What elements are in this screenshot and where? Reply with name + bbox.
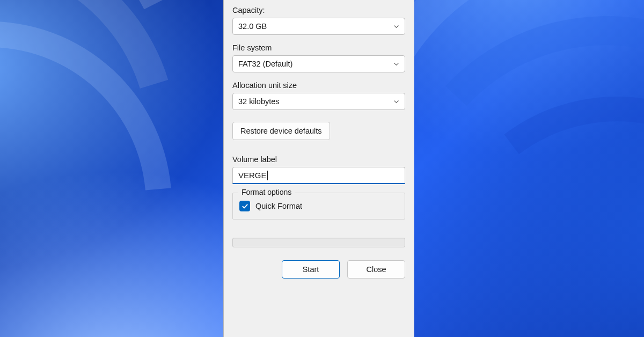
- desktop-wallpaper: Capacity: 32.0 GB File system FAT32 (Def…: [0, 0, 644, 337]
- chevron-down-icon: [393, 23, 399, 30]
- volume-label-text: Volume label: [232, 155, 405, 164]
- capacity-label: Capacity:: [232, 6, 405, 14]
- wallpaper-petal: [0, 0, 246, 337]
- allocation-value: 32 kilobytes: [238, 97, 280, 106]
- capacity-select[interactable]: 32.0 GB: [232, 18, 405, 35]
- format-dialog: Capacity: 32.0 GB File system FAT32 (Def…: [223, 0, 414, 337]
- filesystem-select[interactable]: FAT32 (Default): [232, 55, 405, 72]
- capacity-value: 32.0 GB: [238, 22, 267, 31]
- dialog-button-row: Start Close: [232, 260, 405, 279]
- wallpaper-petal: [0, 0, 249, 337]
- volume-label-value: VERGE: [238, 171, 267, 180]
- format-options-title: Format options: [238, 188, 295, 196]
- text-caret: [267, 171, 268, 180]
- format-progress-bar: [232, 238, 405, 247]
- start-button[interactable]: Start: [282, 260, 340, 279]
- allocation-select[interactable]: 32 kilobytes: [232, 93, 405, 110]
- filesystem-label: File system: [232, 43, 405, 52]
- volume-label-input[interactable]: VERGE: [232, 167, 405, 184]
- wallpaper-petal: [379, 9, 644, 337]
- quick-format-checkbox[interactable]: Quick Format: [239, 201, 398, 211]
- quick-format-label: Quick Format: [255, 202, 302, 210]
- filesystem-value: FAT32 (Default): [238, 60, 292, 68]
- restore-defaults-button[interactable]: Restore device defaults: [232, 122, 330, 140]
- format-options-group: Format options Quick Format: [232, 193, 405, 219]
- wallpaper-petal: [405, 72, 644, 337]
- chevron-down-icon: [393, 98, 399, 105]
- close-button[interactable]: Close: [347, 260, 405, 279]
- checkbox-checked-icon: [239, 201, 250, 211]
- chevron-down-icon: [393, 61, 399, 67]
- allocation-label: Allocation unit size: [232, 81, 405, 90]
